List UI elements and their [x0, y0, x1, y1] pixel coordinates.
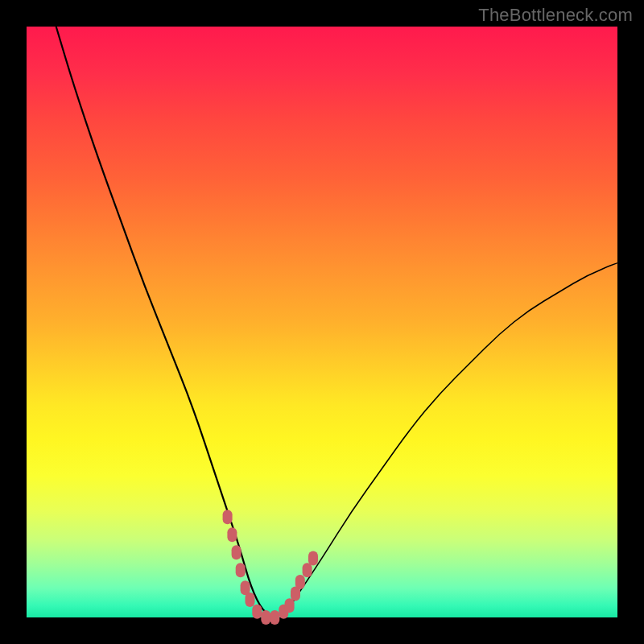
trough-marker [236, 563, 246, 577]
trough-marker [285, 598, 295, 613]
trough-marker [295, 575, 305, 589]
chart-svg [27, 27, 617, 617]
trough-marker [261, 610, 270, 625]
watermark-text: TheBottleneck.com [478, 5, 633, 26]
chart-plot-area [27, 27, 617, 617]
curve-group [56, 27, 617, 617]
trough-marker [232, 545, 242, 559]
bottleneck-curve-left [56, 27, 275, 617]
trough-marker [227, 527, 237, 542]
trough-marker [252, 605, 262, 619]
bottleneck-curve-right [275, 263, 617, 617]
trough-marker [270, 610, 279, 625]
trough-marker [303, 563, 312, 577]
trough-marker [246, 592, 255, 607]
trough-marker [308, 551, 318, 566]
chart-frame: TheBottleneck.com [0, 0, 644, 644]
trough-marker [223, 510, 233, 524]
trough-markers [223, 510, 318, 625]
